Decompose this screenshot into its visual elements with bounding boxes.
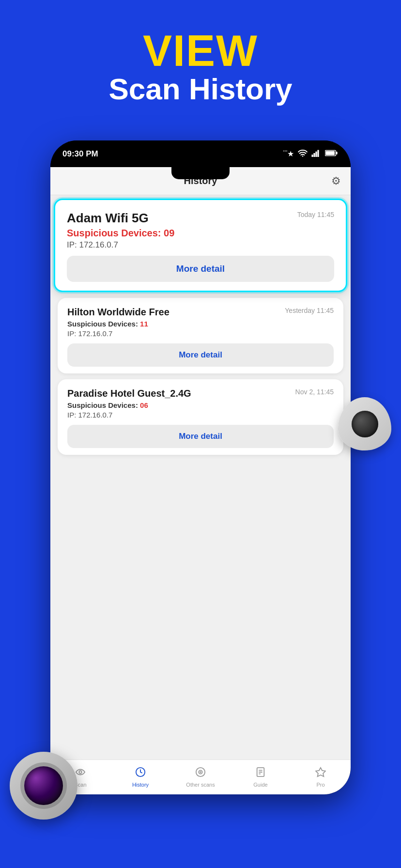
nav-guide-label: Guide xyxy=(253,782,267,788)
nav-other-scans-label: Other scans xyxy=(186,782,215,788)
history-nav-icon xyxy=(135,767,146,780)
svg-marker-17 xyxy=(316,768,325,776)
svg-rect-1 xyxy=(311,155,313,157)
screen-content: Adam Wifi 5G Today 11:45 Suspicious Devi… xyxy=(50,195,351,760)
card-2-more-detail-button[interactable]: More detail xyxy=(67,343,334,367)
nav-item-history[interactable]: History xyxy=(110,767,170,788)
guide-nav-icon xyxy=(255,767,266,780)
notch xyxy=(171,167,230,179)
card-1-ip: IP: 172.16.0.7 xyxy=(67,240,334,250)
status-bar: 09:30 PM ⃛★ xyxy=(50,140,351,167)
card-3-timestamp: Nov 2, 11:45 xyxy=(295,388,334,396)
svg-point-0 xyxy=(302,155,303,156)
svg-point-12 xyxy=(200,772,201,773)
phone-frame: 09:30 PM ⃛★ xyxy=(50,140,351,794)
status-icons: ⃛★ xyxy=(287,149,339,159)
scan-card-1: Adam Wifi 5G Today 11:45 Suspicious Devi… xyxy=(54,199,347,292)
card-1-timestamp: Today 11:45 xyxy=(297,211,334,218)
header-subtitle: Scan History xyxy=(0,73,401,106)
card-3-header: Paradise Hotel Guest_2.4G Nov 2, 11:45 xyxy=(67,388,334,399)
nav-item-guide[interactable]: Guide xyxy=(231,767,291,788)
card-2-network: Hilton Worldwide Free xyxy=(67,307,170,318)
scan-card-3: Paradise Hotel Guest_2.4G Nov 2, 11:45 S… xyxy=(58,379,343,455)
svg-rect-2 xyxy=(313,153,315,157)
card-2-timestamp: Yesterday 11:45 xyxy=(285,307,334,314)
nav-history-label: History xyxy=(132,782,149,788)
svg-rect-4 xyxy=(317,150,319,156)
card-2-ip: IP: 172.16.0.7 xyxy=(67,329,334,338)
card-1-more-detail-button[interactable]: More detail xyxy=(67,256,334,282)
card-2-count: 11 xyxy=(140,320,148,328)
card-3-network: Paradise Hotel Guest_2.4G xyxy=(67,388,191,399)
pro-nav-icon xyxy=(315,767,326,780)
svg-rect-7 xyxy=(336,152,338,155)
other-scans-nav-icon xyxy=(195,767,206,780)
svg-rect-3 xyxy=(315,151,317,156)
nav-item-other-scans[interactable]: Other scans xyxy=(170,767,231,788)
nav-pro-label: Pro xyxy=(316,782,324,788)
card-1-suspicious: Suspicious Devices: 09 xyxy=(67,228,334,239)
signal-icon xyxy=(311,149,321,159)
battery-icon xyxy=(325,149,339,159)
card-1-header: Adam Wifi 5G Today 11:45 xyxy=(67,211,334,226)
wifi-icon xyxy=(298,149,308,159)
nav-item-pro[interactable]: Pro xyxy=(291,767,351,788)
card-1-network: Adam Wifi 5G xyxy=(67,211,149,226)
bluetooth-icon: ⃛★ xyxy=(287,149,294,158)
camera-ball-decoration xyxy=(10,752,77,820)
card-3-ip: IP: 172.16.0.7 xyxy=(67,411,334,419)
settings-icon[interactable]: ⚙ xyxy=(331,175,341,187)
card-3-more-detail-button[interactable]: More detail xyxy=(67,425,334,448)
card-2-suspicious: Suspicious Devices: 11 xyxy=(67,320,334,328)
header-view-label: VIEW xyxy=(0,29,401,73)
status-time: 09:30 PM xyxy=(62,149,98,159)
card-2-header: Hilton Worldwide Free Yesterday 11:45 xyxy=(67,307,334,318)
card-3-suspicious: Suspicious Devices: 06 xyxy=(67,401,334,409)
card-1-count: 09 xyxy=(164,228,174,238)
svg-point-8 xyxy=(79,771,82,774)
svg-rect-6 xyxy=(325,151,335,155)
card-3-count: 06 xyxy=(140,401,148,409)
scan-card-2: Hilton Worldwide Free Yesterday 11:45 Su… xyxy=(58,298,343,373)
bottom-nav: Scan History Other scans xyxy=(50,760,351,794)
header-section: VIEW Scan History xyxy=(0,0,401,120)
